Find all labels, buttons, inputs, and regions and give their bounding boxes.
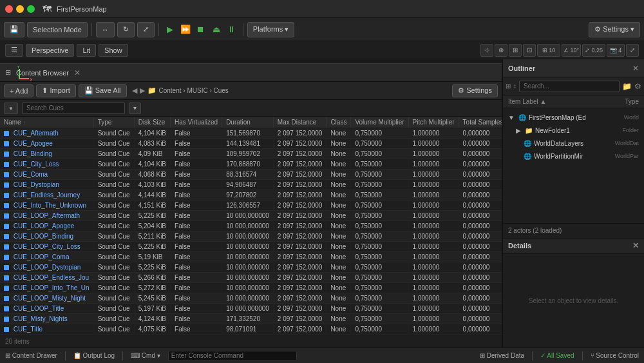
outliner-item-label-wpm: WorldPartitionMir (534, 153, 612, 160)
col-pitch-mult[interactable]: Pitch Multiplier (408, 117, 459, 128)
play-skip-button[interactable]: ⏩ (178, 23, 193, 37)
col-name[interactable]: Name (0, 117, 93, 128)
outliner-gear-btn[interactable]: ⚙ (634, 82, 641, 91)
asset-type-cell: Sound Cue (93, 242, 134, 252)
col-has-virt[interactable]: Has Virtualized (171, 117, 222, 128)
outliner-item-wpm[interactable]: 🌐 WorldPartitionMir WorldPar (503, 150, 644, 162)
viewport-tool-4[interactable]: ⊡ (523, 44, 536, 57)
asset-has-virt-cell: False (171, 314, 222, 324)
save-all-button[interactable]: 💾 Save All (79, 84, 127, 97)
cb-settings-button[interactable]: ⚙ Settings (452, 84, 498, 97)
table-row[interactable]: CUE_Endless_Journey Sound Cue 4,144 KiB … (0, 190, 502, 201)
viewport-grid[interactable]: ⊞ 10 (537, 44, 560, 57)
search-input[interactable] (22, 103, 125, 114)
outliner-item-folder[interactable]: ▶ 📁 NewFolder1 Folder (503, 124, 644, 137)
all-saved-button[interactable]: ✓ All Saved (540, 352, 574, 359)
viewport-angle[interactable]: ∠ 10° (562, 44, 581, 57)
table-row[interactable]: CUE_LOOP_Dystopian Sound Cue 5,225 KiB F… (0, 262, 502, 273)
source-control-button[interactable]: ⑂ Source Control (591, 352, 639, 359)
col-vol-mult[interactable]: Volume Multiplier (351, 117, 408, 128)
table-row[interactable]: CUE_Title Sound Cue 4,075 KiB False 98,0… (0, 324, 502, 335)
output-log-button[interactable]: 📋 Output Log (73, 352, 115, 359)
viewport-tool-3[interactable]: ⊞ (509, 44, 522, 57)
console-input[interactable] (168, 351, 297, 361)
col-type[interactable]: Type (93, 117, 134, 128)
outliner-item-world[interactable]: ▼ 🌐 FirstPersonMap (Ed World (503, 111, 644, 124)
outliner-item-type-world: World (624, 114, 639, 121)
col-max-dist[interactable]: Max Distance (273, 117, 327, 128)
content-drawer-button[interactable]: ⊞ Content Drawer (5, 352, 57, 359)
details-header: Details ✕ (503, 239, 644, 254)
show-button[interactable]: Show (99, 44, 128, 57)
table-row[interactable]: CUE_LOOP_Binding Sound Cue 5,211 KiB Fal… (0, 231, 502, 242)
stop-button[interactable]: ⏹ (194, 23, 208, 37)
col-disk-size[interactable]: Disk Size (134, 117, 170, 128)
filter-button[interactable] (4, 103, 18, 114)
asset-total-samples-cell: 0,000000 (459, 221, 502, 231)
table-row[interactable]: CUE_Misty_Nights Sound Cue 4,124 KiB Fal… (0, 314, 502, 324)
col-class[interactable]: Class (327, 117, 351, 128)
asset-disk-size-cell: 5,272 KiB (134, 283, 170, 293)
derived-data-button[interactable]: ⊞ Derived Data (480, 352, 524, 359)
eject-button[interactable]: ⏏ (209, 23, 223, 37)
outliner-item-wdl[interactable]: 🌐 WorldDataLayers WorldDat (503, 137, 644, 150)
table-row[interactable]: CUE_LOOP_City_Loss Sound Cue 5,225 KiB F… (0, 242, 502, 252)
asset-duration-cell: 170,888870 (222, 159, 274, 170)
import-button[interactable]: ⬆ Import (36, 84, 75, 97)
viewport-tool-2[interactable]: ⊕ (495, 44, 507, 57)
asset-max-dist-cell: 2 097 152,0000 (273, 211, 327, 221)
col-total-samples[interactable]: Total Samples (459, 117, 502, 128)
col-item-label[interactable]: Item Label ▲ (508, 98, 600, 105)
col-duration[interactable]: Duration (222, 117, 274, 128)
table-row[interactable]: CUE_Into_The_Unknown Sound Cue 4,151 KiB… (0, 201, 502, 211)
table-row[interactable]: CUE_LOOP_Into_The_Un Sound Cue 5,272 KiB… (0, 283, 502, 293)
rotate-button[interactable]: ↻ (117, 22, 135, 37)
viewport-maximize[interactable]: ⤢ (626, 44, 639, 57)
platforms-button[interactable]: Platforms ▾ (247, 22, 295, 37)
outliner-folder-btn[interactable]: 📁 (622, 82, 632, 91)
outliner-content[interactable]: ▼ 🌐 FirstPersonMap (Ed World ▶ 📁 NewFold… (503, 108, 644, 223)
asset-disk-size-cell: 5,225 KiB (134, 262, 170, 273)
asset-type-cell: Sound Cue (93, 139, 134, 149)
play-button[interactable]: ▶ (163, 23, 177, 37)
perspective-button[interactable]: Perspective (26, 44, 74, 57)
filter-dropdown[interactable]: ▾ (129, 103, 141, 114)
cmd-button[interactable]: ⌨ Cmd ▾ (131, 352, 160, 359)
nav-forward[interactable]: ▶ (140, 86, 145, 95)
hamburger-menu[interactable]: ☰ (5, 44, 23, 57)
transform-button[interactable]: ↔ (96, 22, 115, 37)
col-type[interactable]: Type (600, 98, 639, 105)
pause-button[interactable]: ⏸ (225, 23, 239, 37)
settings-button[interactable]: ⚙ Settings ▾ (589, 22, 640, 37)
table-row[interactable]: CUE_Dystopian Sound Cue 4,103 KiB False … (0, 180, 502, 190)
table-row[interactable]: CUE_LOOP_Apogee Sound Cue 5,204 KiB Fals… (0, 221, 502, 231)
outliner-close[interactable]: ✕ (632, 64, 639, 73)
table-row[interactable]: CUE_LOOP_Misty_Night Sound Cue 5,245 KiB… (0, 293, 502, 304)
table-row[interactable]: CUE_Aftermath Sound Cue 4,104 KiB False … (0, 128, 502, 139)
asset-table[interactable]: Name Type Disk Size Has Virtualized Dura… (0, 117, 502, 335)
content-browser-close[interactable]: ✕ (74, 68, 80, 77)
outliner-search[interactable] (519, 81, 620, 92)
details-close[interactable]: ✕ (632, 241, 639, 250)
table-row[interactable]: CUE_LOOP_Endless_Jou Sound Cue 5,266 KiB… (0, 273, 502, 283)
table-row[interactable]: CUE_LOOP_Title Sound Cue 5,197 KiB False… (0, 304, 502, 314)
table-row[interactable]: CUE_Apogee Sound Cue 4,083 KiB False 144… (0, 139, 502, 149)
lit-button[interactable]: Lit (77, 44, 96, 57)
close-button[interactable] (5, 5, 13, 13)
table-row[interactable]: CUE_LOOP_Aftermath Sound Cue 5,225 KiB F… (0, 211, 502, 221)
table-row[interactable]: CUE_LOOP_Coma Sound Cue 5,19 KiB False 1… (0, 252, 502, 262)
save-button[interactable]: 💾 (4, 22, 24, 37)
table-row[interactable]: CUE_Binding Sound Cue 4,09 KiB False 109… (0, 149, 502, 159)
asset-class-cell: None (327, 170, 351, 180)
viewport-tool-1[interactable]: ⊹ (480, 44, 493, 57)
asset-vol-mult-cell: 0,750000 (351, 304, 408, 314)
table-row[interactable]: CUE_Coma Sound Cue 4,068 KiB False 88,31… (0, 170, 502, 180)
viewport-camera[interactable]: 📷 4 (607, 44, 625, 57)
minimize-button[interactable] (16, 5, 24, 13)
maximize-button[interactable] (27, 5, 35, 13)
selection-mode-button[interactable]: Selection Mode (27, 22, 88, 37)
scale-button[interactable]: ⤢ (137, 22, 155, 37)
viewport-scale[interactable]: ⤢ 0.25 (582, 44, 605, 57)
table-row[interactable]: CUE_City_Loss Sound Cue 4,104 KiB False … (0, 159, 502, 170)
nav-back[interactable]: ◀ (132, 86, 137, 95)
